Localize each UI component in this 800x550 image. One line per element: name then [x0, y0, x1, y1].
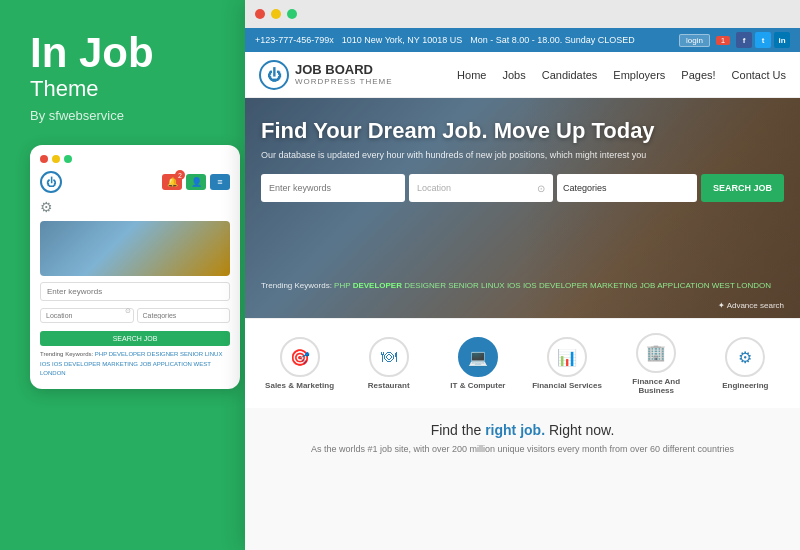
- topbar-right: login 1 f t in: [679, 32, 790, 48]
- twitter-icon[interactable]: t: [755, 32, 771, 48]
- site-categories: 🎯 Sales & Marketing 🍽 Restaurant 💻 IT & …: [245, 318, 800, 408]
- bottom-description: As the worlds #1 job site, with over 200…: [261, 444, 784, 454]
- category-label-sales: Sales & Marketing: [265, 381, 334, 390]
- site-bottom: Find the right job. Right now. As the wo…: [245, 408, 800, 550]
- mini-maximize-dot: [64, 155, 72, 163]
- category-icon-sales: 🎯: [280, 337, 320, 377]
- nav-logo: ⏻ JOB BOARD WORDPRESS THEME: [259, 60, 393, 90]
- topbar-hours: Mon - Sat 8.00 - 18.00. Sunday CLOSED: [470, 35, 635, 45]
- brand-subtitle: Theme: [30, 76, 228, 102]
- mini-hero-image: [40, 221, 230, 276]
- browser-close-dot[interactable]: [255, 9, 265, 19]
- browser-minimize-dot[interactable]: [271, 9, 281, 19]
- nav-candidates[interactable]: Candidates: [542, 69, 598, 81]
- left-panel: In Job Theme By sfwebservice ⏻ 🔔 2 👤 ≡ ⚙: [0, 0, 248, 550]
- topbar-address: 1010 New York, NY 10018 US: [342, 35, 462, 45]
- nav-logo-icon: ⏻: [259, 60, 289, 90]
- hero-search-bar: Location ⊙ Categories SEARCH JOB: [261, 174, 784, 202]
- mini-minimize-dot: [52, 155, 60, 163]
- mini-logo: ⏻: [40, 171, 62, 193]
- mini-icon-notification: 🔔 2: [162, 174, 182, 190]
- category-financial[interactable]: 📊 Financial Services: [532, 337, 602, 390]
- mini-mockup: ⏻ 🔔 2 👤 ≡ ⚙ ⊙ SEARC: [30, 145, 240, 389]
- category-it-computer[interactable]: 💻 IT & Computer: [443, 337, 513, 390]
- mini-badge: 2: [175, 170, 185, 180]
- hero-trending-keywords: PHP DEVELOPER DESIGNER SENIOR LINUX IOS …: [334, 281, 771, 290]
- mini-icons: 🔔 2 👤 ≡: [162, 174, 230, 190]
- category-label-finance: Finance And Business: [621, 377, 691, 395]
- mini-location-input[interactable]: [40, 308, 134, 323]
- hero-search-button[interactable]: SEARCH JOB: [701, 174, 784, 202]
- category-label-it: IT & Computer: [450, 381, 505, 390]
- nav-contact[interactable]: Contact Us: [732, 69, 786, 81]
- nav-jobs[interactable]: Jobs: [502, 69, 525, 81]
- category-sales-marketing[interactable]: 🎯 Sales & Marketing: [265, 337, 335, 390]
- nav-logo-text: JOB BOARD WORDPRESS THEME: [295, 63, 393, 86]
- hero-subtitle: Our database is updated every hour with …: [261, 150, 784, 160]
- mini-icon-user: 👤: [186, 174, 206, 190]
- category-label-restaurant: Restaurant: [368, 381, 410, 390]
- category-icon-engineering: ⚙: [725, 337, 765, 377]
- bottom-title-bold: right job.: [485, 422, 545, 438]
- category-label-engineering: Engineering: [722, 381, 768, 390]
- category-icon-it: 💻: [458, 337, 498, 377]
- mini-search-row: ⊙: [40, 304, 230, 323]
- facebook-icon[interactable]: f: [736, 32, 752, 48]
- topbar-contact: +123-777-456-799x 1010 New York, NY 1001…: [255, 35, 635, 45]
- hero-content: Find Your Dream Job. Move Up Today Our d…: [261, 118, 784, 202]
- category-label-financial: Financial Services: [532, 381, 602, 390]
- mini-gear-icon: ⚙: [40, 199, 230, 215]
- brand-by: By sfwebservice: [30, 108, 228, 123]
- mini-trending-label: Trending Keywords:: [40, 351, 93, 357]
- mini-keywords-input[interactable]: [40, 282, 230, 301]
- topbar-phone: +123-777-456-799x: [255, 35, 334, 45]
- site-nav: ⏻ JOB BOARD WORDPRESS THEME Home Jobs Ca…: [245, 52, 800, 98]
- hero-advance-search[interactable]: ✦ Advance search: [718, 301, 784, 310]
- hero-keywords-input[interactable]: [261, 174, 405, 202]
- browser-maximize-dot[interactable]: [287, 9, 297, 19]
- hero-location-input[interactable]: Location ⊙: [409, 174, 553, 202]
- social-icons: f t in: [736, 32, 790, 48]
- mini-window-controls: [40, 155, 230, 163]
- login-button[interactable]: login: [679, 34, 710, 47]
- mini-categories-input[interactable]: [137, 308, 231, 323]
- category-finance-business[interactable]: 🏢 Finance And Business: [621, 333, 691, 395]
- browser-titlebar: [245, 0, 800, 28]
- nav-links: Home Jobs Candidates Employers Pages! Co…: [457, 69, 786, 81]
- bottom-title: Find the right job. Right now.: [261, 422, 784, 438]
- mini-search-button[interactable]: SEARCH JOB: [40, 331, 230, 346]
- linkedin-icon[interactable]: in: [774, 32, 790, 48]
- category-icon-financial: 📊: [547, 337, 587, 377]
- site-hero: Find Your Dream Job. Move Up Today Our d…: [245, 98, 800, 318]
- mini-close-dot: [40, 155, 48, 163]
- mini-location-icon: ⊙: [125, 307, 131, 315]
- notification-badge: 1: [716, 36, 730, 45]
- hero-categories-select[interactable]: Categories: [557, 174, 697, 202]
- category-engineering[interactable]: ⚙ Engineering: [710, 337, 780, 390]
- category-icon-restaurant: 🍽: [369, 337, 409, 377]
- nav-pages[interactable]: Pages!: [681, 69, 715, 81]
- mini-topbar: ⏻ 🔔 2 👤 ≡: [40, 171, 230, 193]
- mini-icon-menu: ≡: [210, 174, 230, 190]
- category-restaurant[interactable]: 🍽 Restaurant: [354, 337, 424, 390]
- browser-mockup: +123-777-456-799x 1010 New York, NY 1001…: [245, 0, 800, 550]
- hero-trending: Trending Keywords: PHP DEVELOPER DESIGNE…: [261, 281, 771, 290]
- hero-title: Find Your Dream Job. Move Up Today: [261, 118, 784, 144]
- mini-trending: Trending Keywords: PHP DEVELOPER DESIGNE…: [40, 350, 230, 379]
- nav-employers[interactable]: Employers: [613, 69, 665, 81]
- brand-title: In Job: [30, 30, 228, 76]
- hero-trending-label: Trending Keywords:: [261, 281, 332, 290]
- category-icon-finance: 🏢: [636, 333, 676, 373]
- nav-home[interactable]: Home: [457, 69, 486, 81]
- site-topbar: +123-777-456-799x 1010 New York, NY 1001…: [245, 28, 800, 52]
